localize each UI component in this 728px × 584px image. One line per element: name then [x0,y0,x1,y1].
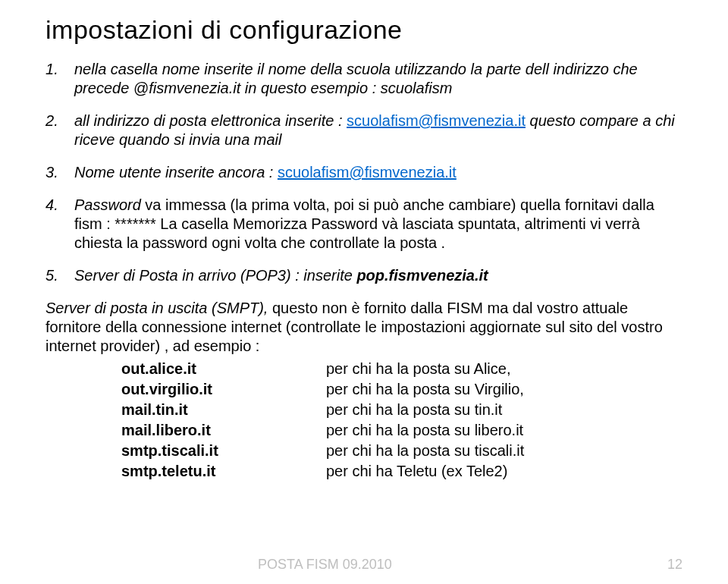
item-lead: Password [74,196,141,213]
page-number: 12 [667,557,682,573]
server-desc: per chi ha Teletu (ex Tele2) [326,461,682,482]
table-row: out.virgilio.it per chi ha la posta su V… [121,379,682,400]
table-row: mail.libero.it per chi ha la posta su li… [121,420,682,441]
server-desc: per chi ha la posta su tiscali.it [326,441,682,461]
item-text: va immessa (la prima volta, poi si può a… [74,196,654,251]
server-desc: per chi ha la posta su Alice, [326,359,682,379]
table-row: smtp.tiscali.it per chi ha la posta su t… [121,441,682,461]
table-row: out.alice.it per chi ha la posta su Alic… [121,359,682,379]
item-text: : inserite [295,267,356,284]
server-host: mail.tin.it [121,400,326,420]
item-text: all indirizzo di posta elettronica inser… [74,112,347,129]
server-host: smtp.tiscali.it [121,441,326,461]
server-desc: per chi ha la posta su libero.it [326,420,682,441]
email-link[interactable]: scuolafism@fismvenezia.it [347,112,526,129]
list-item: all indirizzo di posta elettronica inser… [46,111,682,149]
page-title: impostazioni di configurazione [46,15,682,45]
after-list-paragraph: Server di posta in uscita (SMPT), questo… [46,299,682,356]
item-text: Nome utente inserite ancora : [74,164,278,181]
email-link[interactable]: scuolafism@fismvenezia.it [278,164,457,181]
server-table: out.alice.it per chi ha la posta su Alic… [121,359,682,482]
table-row: mail.tin.it per chi ha la posta su tin.i… [121,400,682,420]
list-item: Nome utente inserite ancora : scuolafism… [46,163,682,182]
instruction-list: nella casella nome inserite il nome dell… [46,60,682,285]
server-host: smtp.teletu.it [121,461,326,482]
page-footer: POSTA FISM 09.2010 12 [46,557,682,573]
footer-left: POSTA FISM 09.2010 [258,557,392,573]
list-item: Password va immessa (la prima volta, poi… [46,196,682,253]
server-desc: per chi ha la posta su Virgilio, [326,379,682,400]
after-lead: Server di posta in uscita (SMPT), [46,300,272,316]
list-item: nella casella nome inserite il nome dell… [46,60,682,98]
server-desc: per chi ha la posta su tin.it [326,400,682,420]
list-item: Server di Posta in arrivo (POP3) : inser… [46,266,682,285]
server-name: pop.fismvenezia.it [356,267,488,284]
server-host: out.virgilio.it [121,379,326,400]
server-host: out.alice.it [121,359,326,379]
item-lead: Server di Posta in arrivo (POP3) [74,267,295,284]
table-row: smtp.teletu.it per chi ha Teletu (ex Tel… [121,461,682,482]
server-host: mail.libero.it [121,420,326,441]
item-text: nella casella nome inserite il nome dell… [74,61,638,96]
